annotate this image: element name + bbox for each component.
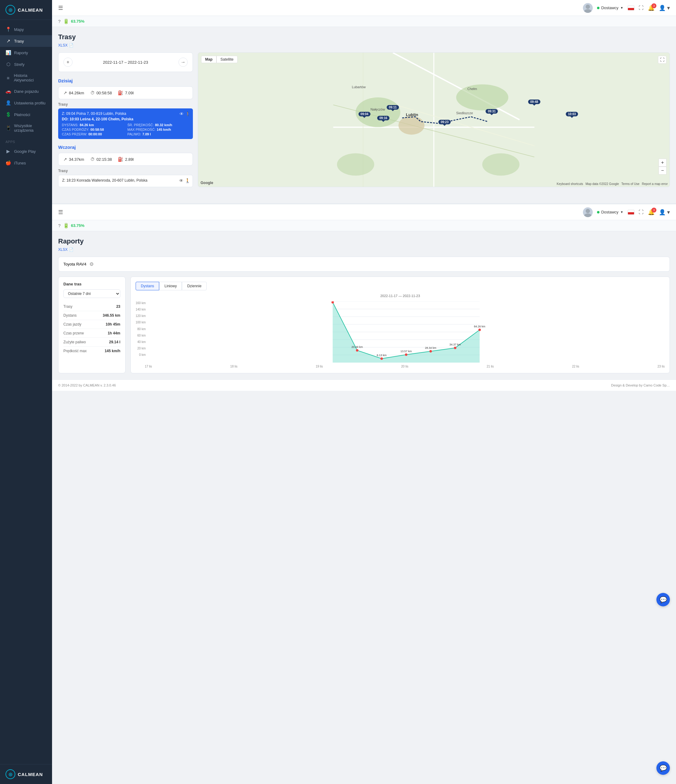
fullscreen-icon-2[interactable]: ⛶: [639, 210, 643, 215]
left-panel: + 2022-11-17 – 2022-11-23 → Dzisiaj ↗: [58, 52, 193, 187]
yesterday-person-btn[interactable]: 🚶: [185, 178, 190, 183]
sidebar-item-historia[interactable]: ≡ Historia Aktywności: [0, 70, 52, 86]
page2-raporty: ☰ Dostawcy ▼ ⛶ 🔔 3 👤 ▾: [52, 204, 676, 391]
vehicle-icon: 🚗: [6, 89, 11, 94]
itunes-icon: 🍎: [6, 160, 11, 166]
route-person-btn[interactable]: 🚶: [185, 112, 190, 117]
yesterday-eye-btn[interactable]: 👁: [179, 178, 183, 183]
today-distance-value: 84.26km: [69, 91, 84, 95]
chart-tab-liniowy[interactable]: Liniowy: [159, 282, 182, 290]
sidebar-label-strefy: Strefy: [14, 62, 25, 67]
footer-credits: Design & Develop by Camo Code Sp…: [611, 383, 670, 387]
xlsx-link-trasy[interactable]: XLSX 📄: [58, 43, 73, 47]
status-bar-2: ? 🔋 63.75%: [52, 220, 676, 231]
fullscreen-icon[interactable]: ⛶: [639, 5, 643, 11]
data-filter-select[interactable]: Ostatnie 7 dni: [64, 289, 120, 298]
svg-text:Siedliszcze: Siedliszcze: [456, 111, 473, 115]
dystans-value: 84.26 km: [79, 123, 94, 127]
chart-container: Dystans Liniowy Dziennie 2022-11-17 — 20…: [131, 277, 670, 373]
sidebar-item-google-play[interactable]: ▶ Google Play: [0, 145, 52, 157]
zoom-out-btn[interactable]: −: [659, 166, 667, 174]
chart-tab-dziennie[interactable]: Dziennie: [182, 282, 207, 290]
user-menu[interactable]: Dostawcy ▼: [597, 6, 623, 10]
user-menu-2[interactable]: Dostawcy ▼: [597, 210, 623, 215]
zoom-in-btn[interactable]: +: [659, 159, 667, 166]
vehicle-name: Toyota RAV4: [64, 262, 86, 266]
sidebar-item-trasy[interactable]: ↗ Trasy: [0, 35, 52, 47]
map-pin-0931[interactable]: 09:31: [486, 109, 498, 114]
yesterday-fuel-value: 2.89l: [125, 157, 134, 162]
paliwo-value: 7.09 l: [142, 132, 151, 136]
chart-tab-dystans[interactable]: Dystans: [136, 282, 159, 290]
google-play-icon: ▶: [6, 149, 11, 154]
data-table-title: Dane tras: [64, 282, 120, 286]
date-range-text: 2022-11-17 – 2022-11-23: [103, 60, 148, 65]
date-prev-btn[interactable]: +: [64, 58, 73, 67]
zone-icon: ⬡: [6, 62, 11, 67]
map-pin-0923[interactable]: 09:23: [438, 120, 451, 124]
xlsx-link-raporty[interactable]: XLSX 📄: [58, 247, 73, 252]
map-tab-satellite[interactable]: Satellite: [216, 56, 238, 63]
x-label: 19 lis: [315, 365, 323, 368]
sidebar-item-ustawienia[interactable]: 👤 Ustawienia profilu: [0, 97, 52, 109]
data-row-label: Czas przerw: [64, 331, 84, 335]
map-pin-0948[interactable]: 09:48: [528, 100, 540, 104]
gear-icon[interactable]: ⚙: [89, 261, 94, 267]
map-pin-1003[interactable]: 10:03: [566, 112, 578, 117]
svg-point-34: [429, 350, 432, 353]
today-fuel: ⛽ 7.09l: [118, 90, 134, 95]
sidebar-nav: 📍 Mapy ↗ Trasy 📊 Raporty ⬡ Strefy ≡ Hist…: [0, 20, 52, 391]
y-label: 100 km: [136, 320, 146, 324]
help-icon[interactable]: ?: [58, 19, 61, 24]
top-section: + 2022-11-17 – 2022-11-23 → Dzisiaj ↗: [58, 52, 670, 187]
x-label: 18 lis: [230, 365, 237, 368]
footer-bar: © 2014-2022 by CALMEAN v. 2.3.0.46 Desig…: [52, 380, 676, 391]
data-row-value: 145 km/h: [105, 349, 120, 353]
y-label: 160 km: [136, 301, 146, 305]
user-profile-icon[interactable]: 👤 ▾: [659, 5, 670, 11]
distance-icon-y: ↗: [64, 157, 67, 162]
notification-bell[interactable]: 🔔 3: [648, 5, 654, 11]
help-icon-2[interactable]: ?: [58, 223, 61, 228]
map-fullscreen-btn[interactable]: ⛶: [658, 56, 667, 64]
flag-icon-2[interactable]: [628, 210, 634, 215]
chart-x-labels: 17 lis18 lis19 lis20 lis21 lis22 lis23 l…: [136, 365, 665, 368]
sidebar-item-platnosci[interactable]: 💲 Płatności: [0, 109, 52, 120]
sidebar-item-mapy[interactable]: 📍 Mapy: [0, 23, 52, 35]
chart-y-labels: 160 km140 km120 km100 km80 km60 km40 km2…: [136, 301, 148, 356]
report-error[interactable]: Report a map error: [642, 182, 668, 185]
sidebar-item-dane-pojazdu[interactable]: 🚗 Dane pojazdu: [0, 86, 52, 97]
route-eye-btn[interactable]: 👁: [179, 112, 184, 117]
map-pin-0916[interactable]: 09:16: [377, 116, 389, 120]
sidebar-label-historia: Historia Aktywności: [14, 73, 47, 82]
czas-podr-label: CZAS PODRÓŻY:: [62, 128, 89, 131]
sr-pred-item: ŚR. PRĘDKOŚĆ: 80.32 km/h: [127, 123, 189, 127]
sidebar-item-urzadzenia[interactable]: 📱 Wszystkie urządzenia: [0, 120, 52, 136]
today-section: Dzisiaj ↗ 84.26km ⏱ 00:58:58 ⛽: [58, 78, 193, 139]
flag-icon[interactable]: [628, 6, 634, 11]
notification-bell-2[interactable]: 🔔 3: [648, 209, 654, 216]
sidebar-item-strefy[interactable]: ⬡ Strefy: [0, 59, 52, 70]
menu-icon-2[interactable]: ☰: [58, 209, 63, 216]
max-pred-label: MAX PRĘDKOŚĆ:: [127, 128, 155, 131]
chart-tabs: Dystans Liniowy Dziennie: [136, 282, 665, 290]
devices-icon: 📱: [6, 125, 11, 131]
chart-svg: 20.49 km 6.13 km 13.57 km 28.34 km 34.37…: [148, 301, 665, 362]
sidebar-item-raporty[interactable]: 📊 Raporty: [0, 47, 52, 59]
user-profile-icon-2[interactable]: 👤 ▾: [659, 209, 670, 216]
keyboard-shortcuts[interactable]: Keyboard shortcuts: [556, 182, 583, 185]
map-pin-0911[interactable]: 09:11: [387, 105, 399, 110]
data-row-value: 10h 45m: [106, 322, 120, 327]
map-pin-0904[interactable]: 09:04: [359, 112, 371, 117]
data-row-value: 346.55 km: [103, 313, 120, 317]
map-tab-map[interactable]: Map: [201, 56, 216, 63]
reports-main-row: Dane tras Ostatnie 7 dni Trasy23Dystans3…: [58, 277, 670, 373]
date-next-btn[interactable]: →: [179, 58, 188, 67]
xlsx-icon: 📄: [69, 43, 73, 47]
terms-of-use[interactable]: Terms of Use: [622, 182, 640, 185]
menu-icon[interactable]: ☰: [58, 5, 63, 11]
sidebar-item-itunes[interactable]: 🍎 iTunes: [0, 157, 52, 169]
yesterday-header: Wczoraj: [58, 145, 193, 150]
svg-text:84.26 km: 84.26 km: [474, 325, 485, 328]
sidebar-label-dane: Dane pojazdu: [14, 89, 39, 94]
